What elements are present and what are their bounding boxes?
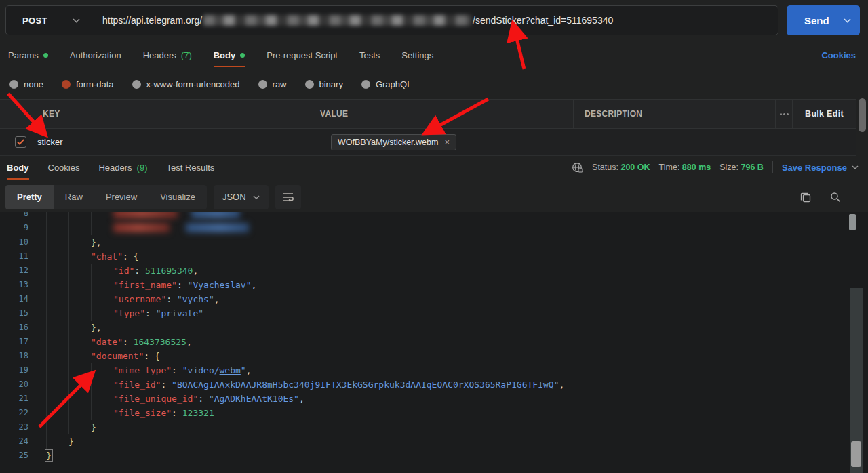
url-input[interactable]: https://api.telegram.org/ /sendSticker?c… — [90, 15, 613, 26]
json-token-sraw: " — [241, 365, 246, 375]
row-checkbox[interactable] — [15, 136, 26, 148]
line-content — [46, 212, 240, 221]
column-header-key: KEY — [0, 100, 309, 128]
view-mode-tabs: PrettyRawPreviewVisualize — [5, 185, 207, 209]
body-mode-GraphQL[interactable]: GraphQL — [361, 79, 412, 89]
body-mode-x-www-form-urlencoded[interactable]: x-www-form-urlencoded — [132, 79, 240, 89]
body-mode-binary[interactable]: binary — [305, 79, 343, 89]
tab-body[interactable]: Body — [214, 41, 245, 69]
code-line: 14"username": "vychs", — [0, 292, 868, 306]
indent-guide — [68, 392, 91, 406]
status-value: 200 OK — [620, 163, 650, 172]
copy-button[interactable] — [800, 192, 811, 203]
tab-settings[interactable]: Settings — [401, 41, 433, 69]
response-body-viewer[interactable]: 8910},11"chat": {12"id": 511695340,13"fi… — [0, 212, 868, 473]
response-toolbar: PrettyRawPreviewVisualize JSON — [0, 182, 868, 212]
line-number: 17 — [0, 335, 28, 349]
tab-headers[interactable]: Headers(7) — [143, 41, 192, 69]
tab-authorization[interactable]: Authorization — [70, 41, 121, 69]
postman-window: POST https://api.telegram.org/ /sendStic… — [0, 0, 868, 473]
view-tab-raw[interactable]: Raw — [54, 185, 94, 209]
json-token-p: : — [166, 294, 177, 304]
json-token-key: "document" — [91, 351, 144, 361]
response-tab-label: Body — [7, 163, 29, 173]
indent-guide — [91, 264, 113, 278]
indent-guide — [91, 377, 113, 392]
body-mode-label: GraphQL — [376, 79, 412, 89]
green-dot-icon — [240, 53, 245, 58]
wrap-text-button[interactable] — [275, 185, 301, 209]
size-label: Size: — [719, 163, 738, 172]
body-mode-form-data[interactable]: form-data — [62, 79, 114, 89]
line-number: 23 — [0, 420, 28, 434]
body-mode-label: none — [24, 79, 43, 89]
language-dropdown[interactable]: JSON — [214, 185, 269, 209]
line-content: "id": 511695340, — [46, 264, 198, 278]
table-scrollbar-thumb[interactable] — [859, 98, 866, 132]
json-token-brace: { — [134, 251, 139, 262]
method-dropdown[interactable]: POST — [6, 6, 90, 35]
indent-guide — [46, 292, 68, 306]
indent-guide — [68, 363, 91, 377]
json-token-key: "file_unique_id" — [113, 394, 198, 404]
response-tab-body[interactable]: Body — [7, 153, 29, 182]
code-lines: 8910},11"chat": {12"id": 511695340,13"fi… — [0, 212, 868, 463]
body-mode-raw[interactable]: raw — [258, 79, 287, 89]
json-token-key: "mime_type" — [113, 365, 172, 375]
code-line: 12"id": 511695340, — [0, 264, 868, 278]
code-line: 19"mime_type": "video/webm", — [0, 363, 868, 377]
line-number: 25 — [0, 449, 28, 463]
json-token-key: "type" — [113, 308, 145, 318]
send-button[interactable]: Send — [787, 5, 860, 35]
cookies-link[interactable]: Cookies — [821, 41, 856, 69]
response-tab-cookies[interactable]: Cookies — [48, 153, 80, 182]
indent-guide — [68, 420, 91, 434]
file-name: WOfBBYaMy/sticker.webm — [338, 138, 438, 147]
json-token-key: "file_size" — [113, 408, 172, 418]
save-response-label: Save Response — [782, 163, 847, 173]
json-token-brace: } — [91, 422, 96, 432]
more-options-button[interactable] — [775, 100, 792, 128]
body-mode-none[interactable]: none — [9, 79, 43, 89]
size-value: 796 B — [741, 163, 764, 172]
json-token-str: "AgADKhEAAtK10Es" — [209, 394, 299, 404]
tab-params[interactable]: Params — [8, 41, 48, 69]
view-tab-preview[interactable]: Preview — [94, 185, 149, 209]
view-tab-pretty[interactable]: Pretty — [5, 185, 54, 209]
response-tab-test-results[interactable]: Test Results — [167, 153, 215, 182]
close-icon[interactable]: × — [444, 138, 450, 146]
method-label: POST — [22, 16, 47, 26]
json-token-p: : — [172, 365, 182, 375]
save-response-button[interactable]: Save Response — [782, 163, 859, 173]
json-token-p: : — [161, 379, 172, 390]
view-tab-visualize[interactable]: Visualize — [149, 185, 207, 209]
indent-guide — [91, 221, 113, 235]
language-label: JSON — [222, 192, 246, 202]
line-content: } — [46, 420, 96, 434]
indent-guide — [91, 278, 113, 292]
indent-guide — [46, 235, 68, 249]
code-scrollbar-thumb[interactable] — [849, 214, 856, 230]
json-token-p: : — [145, 308, 156, 318]
indent-guide — [68, 235, 91, 249]
tab-pre-request-script[interactable]: Pre-request Script — [267, 41, 338, 69]
page-scrollbar-thumb[interactable] — [851, 441, 861, 467]
body-mode-label: x-www-form-urlencoded — [146, 79, 240, 89]
code-line: 25} — [0, 449, 868, 463]
file-value-chip[interactable]: WOfBBYaMy/sticker.webm × — [331, 134, 456, 150]
json-token-key: "id" — [113, 266, 134, 276]
search-button[interactable] — [830, 192, 841, 203]
line-content — [46, 221, 249, 235]
tab-tests[interactable]: Tests — [359, 41, 380, 69]
json-token-brace: } — [91, 323, 96, 333]
line-content: "date": 1643736525, — [46, 335, 192, 349]
line-content: "document": { — [46, 349, 160, 363]
param-key-cell[interactable]: sticker — [37, 137, 309, 147]
json-token-p: , — [193, 266, 198, 276]
json-token-p: : — [123, 337, 134, 347]
bulk-edit-button[interactable]: Bulk Edit — [792, 100, 856, 128]
code-line: 17"date": 1643736525, — [0, 335, 868, 349]
response-tab-headers[interactable]: Headers(9) — [98, 153, 147, 182]
tab-label: Authorization — [70, 50, 121, 60]
line-content: "username": "vychs", — [46, 292, 220, 306]
